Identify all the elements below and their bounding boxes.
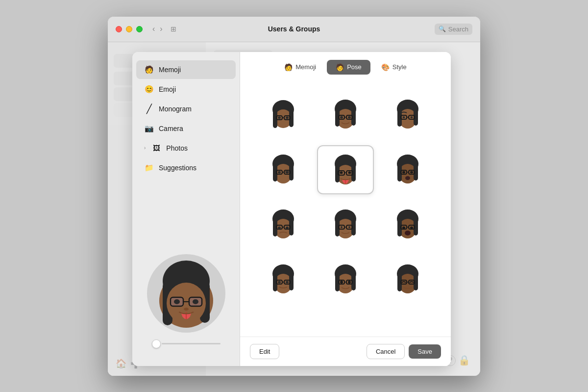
cancel-button[interactable]: Cancel (367, 344, 405, 359)
svg-point-48 (278, 171, 281, 173)
sidebar-item-photos[interactable]: › 🖼 Photos (136, 139, 236, 157)
svg-rect-52 (335, 164, 340, 183)
tab-style-label: Style (392, 63, 407, 71)
close-button[interactable] (116, 26, 122, 32)
camera-icon: 📷 (144, 124, 154, 133)
svg-point-11 (193, 299, 198, 304)
tab-memoji-icon: 🧑 (284, 63, 293, 71)
svg-point-30 (340, 116, 343, 118)
pose-item-2[interactable] (317, 90, 373, 139)
sidebar-item-monogram-label: Monogram (159, 105, 192, 113)
search-placeholder: Search (448, 26, 468, 33)
dialog-main: 🧑 Memoji 🧑 Pose 🎨 Style (240, 52, 451, 366)
window-title: Users & Groups (268, 25, 320, 33)
tab-memoji-label: Memoji (295, 63, 316, 71)
svg-point-39 (403, 116, 405, 118)
svg-point-58 (348, 171, 351, 174)
pose-item-1[interactable] (255, 90, 311, 139)
svg-point-97 (405, 231, 411, 235)
avatar-circle (147, 254, 225, 333)
tab-style-icon: 🎨 (381, 63, 390, 71)
svg-point-105 (278, 281, 281, 283)
pose-item-5[interactable] (317, 145, 373, 194)
monogram-icon: ╱ (144, 104, 154, 114)
slider-knob[interactable] (152, 340, 161, 348)
pose-item-4[interactable] (255, 145, 311, 194)
svg-point-69 (405, 176, 410, 180)
dialog: 🧑 Memoji 😊 Emoji ╱ Monogram 📷 Camera › (132, 52, 451, 366)
pose-item-6[interactable] (380, 145, 436, 194)
svg-point-67 (402, 171, 405, 173)
minimize-button[interactable] (126, 26, 132, 32)
search-bar[interactable]: 🔍 Search (435, 24, 472, 35)
tab-style[interactable]: 🎨 Style (372, 60, 416, 75)
svg-point-68 (410, 171, 413, 173)
sidebar-item-suggestions-label: Suggestions (159, 164, 196, 172)
sidebar-item-suggestions[interactable]: 📁 Suggestions (136, 158, 236, 177)
pose-item-11[interactable] (317, 255, 373, 304)
save-button[interactable]: Save (409, 344, 441, 359)
svg-point-57 (340, 171, 343, 174)
pose-item-12[interactable] (380, 255, 436, 304)
svg-point-95 (402, 226, 405, 229)
main-window: ‹ › ⊞ Users & Groups 🔍 Search (108, 17, 480, 376)
tabs-row: 🧑 Memoji 🧑 Pose 🎨 Style (240, 52, 451, 80)
svg-point-87 (348, 226, 350, 228)
grid-icon: ⊞ (171, 25, 176, 33)
sidebar-item-emoji-label: Emoji (159, 85, 176, 93)
search-icon: 🔍 (439, 26, 446, 32)
size-slider[interactable] (152, 340, 220, 348)
svg-point-22 (286, 116, 289, 119)
sidebar-item-emoji[interactable]: 😊 Emoji (136, 80, 236, 99)
photos-icon: 🖼 (151, 143, 161, 153)
tab-pose-icon: 🧑 (336, 63, 344, 71)
pose-grid (240, 80, 451, 337)
sidebar-item-camera-label: Camera (159, 125, 183, 132)
pose-item-3[interactable] (380, 90, 436, 139)
pose-item-8[interactable] (317, 200, 373, 249)
titlebar: ‹ › ⊞ Users & Groups 🔍 Search (108, 17, 480, 42)
pose-item-10[interactable] (255, 255, 311, 304)
svg-point-115 (348, 281, 351, 284)
sidebar-item-memoji[interactable]: 🧑 Memoji (136, 60, 236, 79)
suggestions-icon: 📁 (144, 163, 154, 173)
sidebar-item-monogram[interactable]: ╱ Monogram (136, 100, 236, 118)
svg-point-86 (341, 226, 343, 228)
svg-point-21 (278, 116, 281, 119)
svg-point-114 (340, 281, 343, 284)
svg-point-77 (278, 226, 281, 229)
tab-pose[interactable]: 🧑 Pose (327, 60, 370, 75)
content-area: 🏠 ➕ 🔒 ? 🧑 Memoji 😊 Em (108, 42, 480, 376)
svg-point-40 (411, 116, 413, 118)
photos-chevron-icon: › (144, 145, 146, 151)
traffic-lights (116, 26, 143, 32)
svg-point-78 (286, 226, 289, 229)
svg-point-96 (410, 226, 413, 229)
svg-rect-53 (351, 164, 356, 182)
pose-item-9[interactable] (380, 200, 436, 249)
maximize-button[interactable] (136, 26, 143, 32)
pose-item-7[interactable] (255, 200, 311, 249)
tab-memoji[interactable]: 🧑 Memoji (275, 60, 325, 75)
avatar-section (132, 244, 240, 358)
sidebar-item-camera[interactable]: 📷 Camera (136, 119, 236, 138)
sidebar-item-memoji-label: Memoji (159, 66, 181, 74)
forward-button[interactable]: › (158, 24, 164, 34)
avatar-svg (147, 254, 225, 333)
edit-button[interactable]: Edit (250, 344, 279, 359)
svg-point-10 (174, 299, 180, 304)
lock-icon: 🔒 (458, 354, 470, 366)
tab-pose-label: Pose (347, 63, 362, 71)
nav-arrows: ‹ › (150, 24, 165, 34)
memoji-icon: 🧑 (144, 65, 154, 75)
svg-point-31 (348, 116, 351, 118)
sidebar-item-photos-label: Photos (166, 144, 188, 152)
svg-point-106 (286, 281, 289, 283)
slider-track (162, 343, 220, 344)
back-button[interactable]: ‹ (150, 24, 157, 34)
action-bar: Edit Cancel Save (240, 337, 451, 366)
svg-point-13 (184, 308, 189, 311)
dialog-sidebar: 🧑 Memoji 😊 Emoji ╱ Monogram 📷 Camera › (132, 52, 240, 366)
emoji-icon: 😊 (144, 84, 154, 94)
